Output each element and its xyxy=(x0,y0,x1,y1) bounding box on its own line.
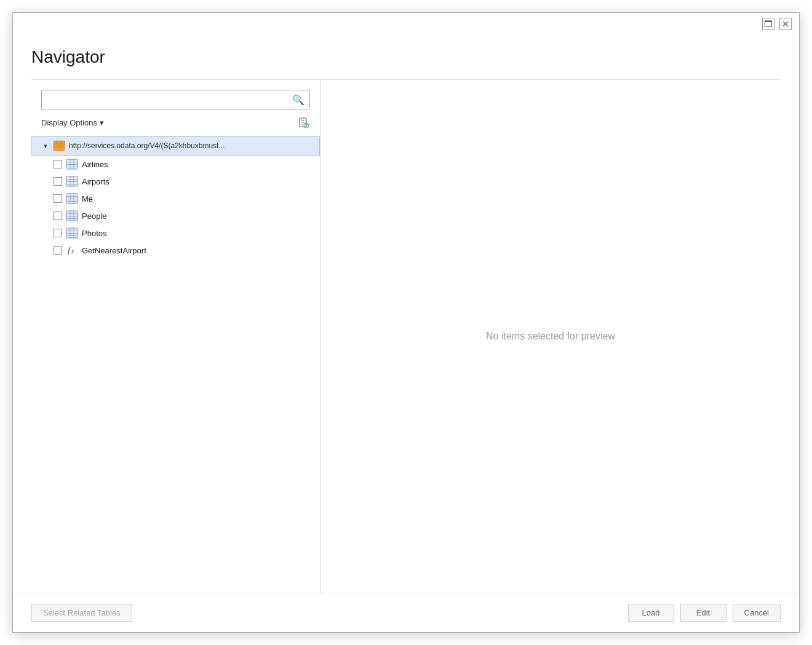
search-bar-row: 🔍 xyxy=(31,90,320,109)
airlines-table-icon xyxy=(66,159,78,170)
list-item[interactable]: Airports xyxy=(31,173,320,190)
svg-rect-10 xyxy=(66,159,78,169)
people-checkbox[interactable] xyxy=(54,212,62,220)
search-input-wrap[interactable]: 🔍 xyxy=(41,90,310,109)
airlines-label: Airlines xyxy=(82,160,108,169)
airlines-checkbox[interactable] xyxy=(54,160,62,168)
collapse-arrow-icon: ▼ xyxy=(42,143,49,149)
list-item[interactable]: f x GetNearestAirport xyxy=(31,242,320,259)
dropdown-arrow-icon: ▾ xyxy=(100,118,104,127)
footer: Select Related Tables Load Edit Cancel xyxy=(13,593,799,632)
footer-left: Select Related Tables xyxy=(31,604,132,622)
minimize-button[interactable]: 🗖 xyxy=(762,18,774,30)
edit-button[interactable]: Edit xyxy=(680,604,726,622)
window-content: Navigator 🔍 Display Options ▾ xyxy=(13,35,799,593)
titlebar-controls: 🗖 ✕ xyxy=(762,18,792,30)
display-options-row: Display Options ▾ xyxy=(31,116,320,130)
svg-rect-34 xyxy=(66,228,78,238)
svg-rect-28 xyxy=(66,211,78,221)
airports-label: Airports xyxy=(82,177,109,186)
root-table-icon xyxy=(53,140,65,151)
close-button[interactable]: ✕ xyxy=(779,18,792,30)
photos-table-icon xyxy=(66,228,78,239)
svg-rect-22 xyxy=(66,194,78,204)
load-button[interactable]: Load xyxy=(628,604,674,622)
list-item[interactable]: Me xyxy=(31,190,320,207)
list-item[interactable]: Airlines xyxy=(31,156,320,173)
main-area: 🔍 Display Options ▾ xyxy=(31,79,781,593)
airports-table-icon xyxy=(66,176,78,187)
svg-text:x: x xyxy=(71,248,74,255)
photos-label: Photos xyxy=(82,229,106,238)
tree-root-url: http://services.odata.org/V4/(S(a2khbuxb… xyxy=(69,141,225,150)
me-label: Me xyxy=(82,194,93,204)
getnearestairport-label: GetNearestAirport xyxy=(82,246,146,255)
preview-empty-message: No items selected for preview xyxy=(486,331,615,342)
me-table-icon xyxy=(66,193,78,204)
people-table-icon xyxy=(66,210,78,221)
refresh-icon[interactable] xyxy=(298,117,310,129)
right-panel: No items selected for preview xyxy=(320,80,781,593)
display-options-label: Display Options xyxy=(41,118,97,127)
select-related-tables-button[interactable]: Select Related Tables xyxy=(31,604,132,622)
footer-right: Load Edit Cancel xyxy=(628,604,781,622)
display-options-button[interactable]: Display Options ▾ xyxy=(41,116,104,130)
tree-area: ▼ http://services.odata.org/V4/(S( xyxy=(31,136,320,593)
people-label: People xyxy=(82,212,106,221)
svg-rect-5 xyxy=(54,141,65,151)
me-checkbox[interactable] xyxy=(54,194,62,203)
tree-root-item[interactable]: ▼ http://services.odata.org/V4/(S( xyxy=(31,136,320,156)
list-item[interactable]: Photos xyxy=(31,224,320,242)
svg-rect-16 xyxy=(66,176,78,186)
titlebar: 🗖 ✕ xyxy=(13,13,799,35)
page-title: Navigator xyxy=(31,47,781,67)
cancel-button[interactable]: Cancel xyxy=(733,604,781,622)
function-icon: f x xyxy=(66,245,78,256)
list-item[interactable]: People xyxy=(31,207,320,224)
left-panel: 🔍 Display Options ▾ xyxy=(31,80,320,593)
search-input[interactable] xyxy=(47,95,292,105)
photos-checkbox[interactable] xyxy=(54,229,62,237)
airports-checkbox[interactable] xyxy=(54,177,62,186)
navigator-window: 🗖 ✕ Navigator 🔍 D xyxy=(12,12,800,633)
search-icon[interactable]: 🔍 xyxy=(292,94,304,106)
getnearestairport-checkbox[interactable] xyxy=(54,246,62,255)
